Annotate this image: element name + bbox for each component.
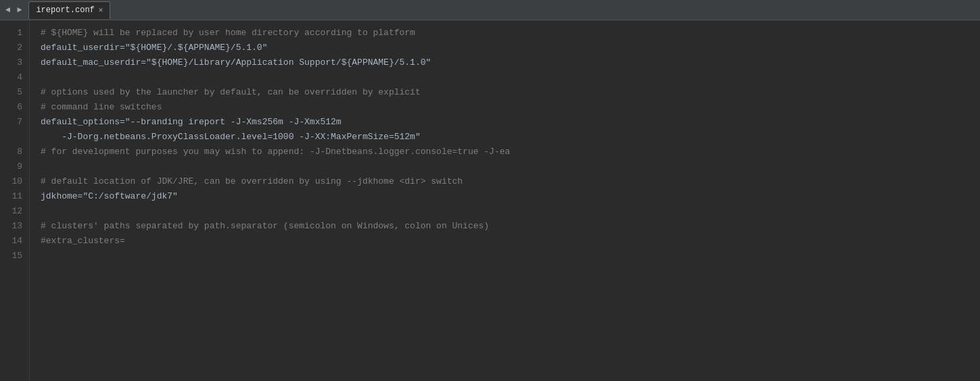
code-line-9	[41, 159, 980, 174]
code-line-8: # for development purposes you may wish …	[41, 145, 980, 159]
code-line-11: jdkhome="C:/software/jdk7"	[41, 189, 980, 204]
code-line-10: # default location of JDK/JRE, can be ov…	[41, 174, 980, 189]
line-num-7: 7	[9, 115, 22, 130]
line-num-10: 10	[9, 174, 22, 189]
code-line-7: default_options="--branding ireport -J-X…	[41, 115, 980, 130]
code-line-6: # command line switches	[41, 100, 980, 115]
tab-bar: ◄ ► ireport.conf ✕	[0, 0, 980, 20]
code-line-12	[41, 204, 980, 219]
tab-label: ireport.conf	[36, 5, 94, 15]
line-num-15: 15	[9, 249, 22, 263]
line-num-1: 1	[9, 26, 22, 41]
line-num-6: 6	[9, 100, 22, 115]
code-line-15	[41, 249, 980, 263]
file-tab[interactable]: ireport.conf ✕	[28, 1, 110, 19]
line-num-3: 3	[9, 55, 22, 70]
editor-area: 1 2 3 4 5 6 7 8 9 10 11 12 13 14 15 # ${…	[0, 20, 980, 381]
code-line-3: default_mac_userdir="${HOME}/Library/App…	[41, 55, 980, 70]
tab-close-button[interactable]: ✕	[99, 7, 103, 14]
nav-arrows: ◄ ►	[3, 4, 24, 16]
line-num-4: 4	[9, 70, 22, 85]
line-num-continuation	[9, 130, 22, 145]
line-num-8: 8	[9, 145, 22, 159]
code-line-13: # clusters' paths separated by path.sepa…	[41, 219, 980, 234]
line-num-2: 2	[9, 41, 22, 55]
code-line-7-cont: -J-Dorg.netbeans.ProxyClassLoader.level=…	[41, 130, 980, 145]
line-num-5: 5	[9, 85, 22, 100]
nav-back-button[interactable]: ◄	[3, 4, 13, 16]
line-numbers-gutter: 1 2 3 4 5 6 7 8 9 10 11 12 13 14 15	[0, 20, 30, 381]
line-num-13: 13	[9, 219, 22, 234]
code-editor[interactable]: # ${HOME} will be replaced by user home …	[30, 20, 980, 381]
line-num-12: 12	[9, 204, 22, 219]
line-num-14: 14	[9, 234, 22, 249]
code-line-4	[41, 70, 980, 85]
nav-forward-button[interactable]: ►	[14, 4, 24, 16]
code-line-2: default_userdir="${HOME}/.${APPNAME}/5.1…	[41, 41, 980, 55]
line-num-11: 11	[9, 189, 22, 204]
code-line-5: # options used by the launcher by defaul…	[41, 85, 980, 100]
main-window: ◄ ► ireport.conf ✕ 1 2 3 4 5 6 7 8 9 10 …	[0, 0, 980, 381]
code-line-1: # ${HOME} will be replaced by user home …	[41, 26, 980, 41]
line-num-9: 9	[9, 159, 22, 174]
code-line-14: #extra_clusters=	[41, 234, 980, 249]
